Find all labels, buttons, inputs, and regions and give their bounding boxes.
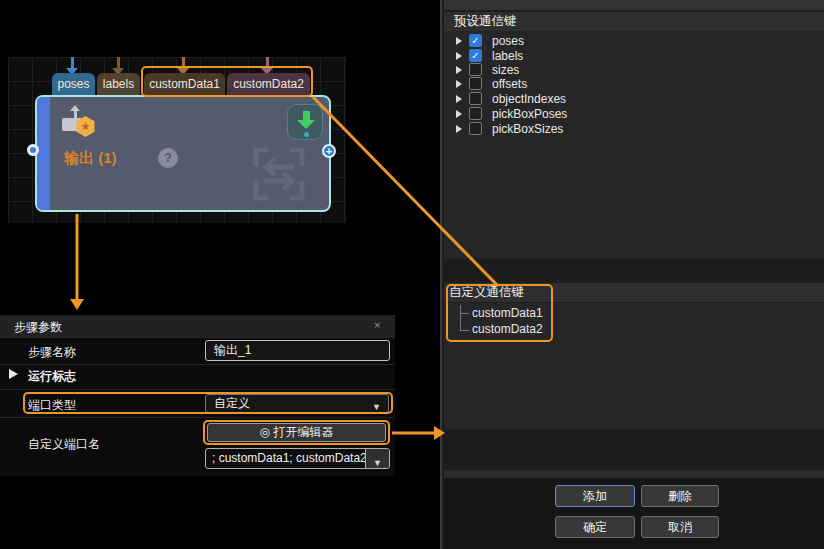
port-tab-customdata2[interactable]: customData2 [227,73,310,95]
custom-keys-tree: customData1 customData2 [444,303,824,430]
tree-row-poses[interactable]: ✓ poses [444,34,824,48]
preset-keys-header: 预设通信键 [444,12,824,31]
checkbox[interactable] [469,107,482,120]
screenshot-root: poses labels customData1 customData2 ★ 输… [0,0,824,549]
step-name-label: 步骤名称 [28,344,76,361]
node-title: 输出 (1) [64,149,117,168]
tree-connector [460,330,469,331]
port-type-dropdown[interactable]: 自定义 ▼ [205,394,389,413]
chevron-down-icon: ▼ [372,399,381,416]
divider [0,337,395,338]
output-step-icon: ★ [62,107,98,143]
checkbox[interactable] [469,122,482,135]
expand-arrow-icon[interactable] [456,95,462,103]
dialog-button-area: 添加 删除 确定 取消 [444,478,824,549]
expand-arrow-icon[interactable] [456,52,462,60]
expand-arrow-icon[interactable] [456,125,462,133]
close-icon[interactable]: × [374,319,380,331]
cancel-button[interactable]: 取消 [641,516,719,538]
dialog-divider-strip [444,470,824,478]
node-input-port[interactable] [27,144,39,156]
step-name-input[interactable]: 输出_1 [205,340,390,361]
panel-title: 步骤参数 [14,319,62,336]
tree-row-pickboxposes[interactable]: pickBoxPoses [444,107,824,121]
port-type-label: 端口类型 [28,397,76,414]
ok-button[interactable]: 确定 [555,516,635,538]
help-badge[interactable]: ? [158,148,178,168]
expand-arrow-icon[interactable] [456,80,462,88]
port-tab-customdata1[interactable]: customData1 [144,73,225,95]
custom-ports-combobox[interactable]: ; customData1; customData2 ▼ [205,448,390,469]
divider [0,389,395,390]
step-parameters-panel: 步骤参数 × 步骤名称 输出_1 运行标志 端口类型 自定义 ▼ 自定义端口名 … [0,315,395,476]
chevron-down-icon: ▼ [373,454,382,473]
checkbox[interactable]: ✓ [469,49,482,62]
node-accent-bar [37,97,50,210]
dropdown-button[interactable]: ▼ [365,449,389,468]
preset-keys-tree: ✓ poses ✓ labels sizes offsets ob [444,31,824,258]
add-button[interactable]: 添加 [555,485,635,507]
tree-row-customdata1[interactable]: customData1 [472,306,543,320]
tree-row-offsets[interactable]: offsets [444,77,824,91]
tree-connector [460,305,461,331]
port-tab-labels[interactable]: labels [97,73,140,95]
tree-row-objectindexes[interactable]: objectIndexes [444,92,824,106]
dialog-top-strip [444,0,824,10]
tree-row-pickboxsizes[interactable]: pickBoxSizes [444,122,824,136]
expand-arrow-icon[interactable] [456,110,462,118]
tree-connector [460,313,469,314]
divider [0,417,395,418]
tree-row-sizes[interactable]: sizes [444,63,824,77]
tree-row-customdata2[interactable]: customData2 [472,322,543,336]
exchange-watermark-icon [248,145,310,203]
open-editor-button[interactable]: ◎ 打开编辑器 [207,423,386,442]
custom-keys-header: 自定义通信键 [444,283,824,302]
run-step-button[interactable] [287,104,323,140]
expand-arrow-icon[interactable] [9,369,18,379]
expand-arrow-icon[interactable] [456,37,462,45]
delete-button[interactable]: 删除 [641,485,719,507]
checkbox[interactable]: ✓ [469,34,482,47]
node-add-port-button[interactable]: + [322,144,336,158]
custom-port-name-label: 自定义端口名 [28,436,100,453]
gear-icon: ◎ [260,425,270,439]
port-tab-poses[interactable]: poses [52,73,95,95]
run-flag-section-label: 运行标志 [28,368,76,385]
expand-arrow-icon[interactable] [456,66,462,74]
communication-key-dialog: 预设通信键 ✓ poses ✓ labels sizes offsets [440,0,824,549]
checkbox[interactable] [469,63,482,76]
tree-row-labels[interactable]: ✓ labels [444,49,824,63]
checkbox[interactable] [469,92,482,105]
output-step-node[interactable]: ★ 输出 (1) ? [35,95,331,212]
checkbox[interactable] [469,77,482,90]
divider [0,364,395,365]
